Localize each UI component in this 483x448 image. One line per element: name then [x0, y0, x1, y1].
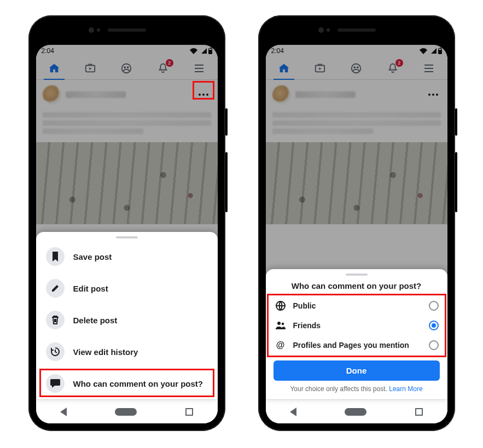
svg-point-15	[277, 322, 281, 325]
sheet-footnote: Your choice only affects this post. Lear…	[266, 383, 447, 399]
sheet-grabber[interactable]	[346, 274, 368, 276]
option-label: Public	[293, 301, 422, 310]
trash-icon	[46, 311, 65, 329]
menu-save-post[interactable]: Save post	[36, 241, 218, 272]
done-button[interactable]: Done	[273, 360, 440, 381]
menu-label: Edit post	[73, 284, 108, 293]
option-label: Friends	[293, 321, 422, 330]
post-options-sheet: Save post Edit post Delete post View edi…	[36, 232, 218, 399]
menu-label: View edit history	[73, 347, 138, 357]
menu-who-can-comment[interactable]: Who can comment on your post?	[36, 368, 218, 399]
option-label: Profiles and Pages you mention	[293, 341, 422, 350]
android-nav-bar	[266, 399, 447, 423]
history-icon	[46, 342, 65, 361]
bookmark-icon	[46, 247, 65, 266]
radio-unchecked-icon[interactable]	[429, 301, 439, 311]
phone-mockup-left: 2:04 2	[28, 15, 225, 431]
radio-unchecked-icon[interactable]	[429, 340, 439, 350]
sheet-grabber[interactable]	[116, 236, 138, 238]
mention-icon: @	[275, 340, 287, 350]
android-home-button[interactable]	[345, 408, 366, 416]
menu-label: Who can comment on your post?	[73, 379, 203, 388]
android-overview-button[interactable]	[185, 408, 193, 416]
globe-icon	[275, 301, 287, 311]
menu-view-edit-history[interactable]: View edit history	[36, 336, 218, 368]
android-back-button[interactable]	[290, 408, 296, 416]
friends-icon	[275, 321, 287, 330]
option-mentions[interactable]: @ Profiles and Pages you mention	[266, 335, 447, 355]
menu-label: Delete post	[73, 316, 118, 325]
learn-more-link[interactable]: Learn More	[389, 385, 422, 393]
option-friends[interactable]: Friends	[266, 316, 447, 335]
comment-privacy-sheet: Who can comment on your post? Public Fri…	[266, 269, 447, 399]
radio-checked-icon[interactable]	[429, 321, 439, 330]
menu-edit-post[interactable]: Edit post	[36, 272, 218, 304]
pencil-icon	[46, 279, 65, 298]
android-nav-bar	[36, 399, 218, 423]
svg-point-16	[281, 323, 284, 325]
sheet-title: Who can comment on your post?	[266, 278, 447, 296]
option-public[interactable]: Public	[266, 296, 447, 316]
comment-icon	[46, 374, 65, 393]
menu-delete-post[interactable]: Delete post	[36, 304, 218, 336]
menu-label: Save post	[73, 252, 112, 261]
phone-mockup-right: 2:04 2	[258, 15, 455, 431]
android-back-button[interactable]	[60, 408, 67, 416]
android-overview-button[interactable]	[415, 408, 423, 416]
android-home-button[interactable]	[115, 408, 137, 416]
